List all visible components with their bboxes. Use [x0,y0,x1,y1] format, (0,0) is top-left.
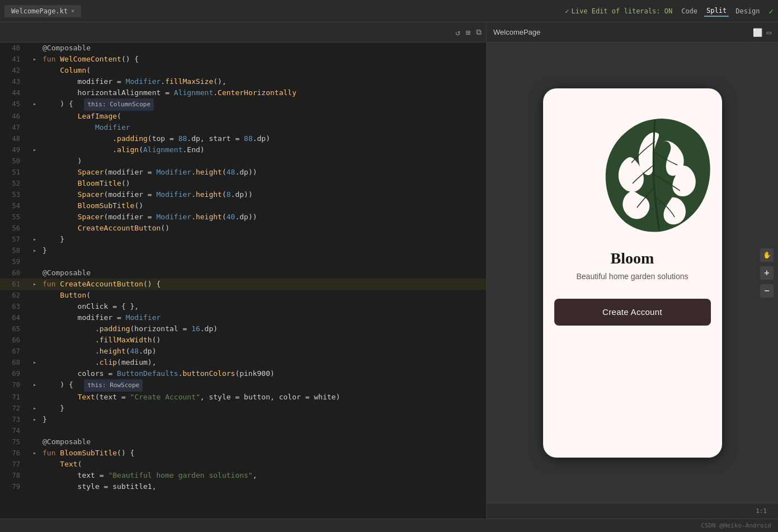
zoom-label: 1:1 [756,507,767,515]
device-portrait-icon[interactable]: ⬜ [753,28,762,37]
code-line: 41 ▸ fun WelComeContent() { [0,54,486,65]
code-line: 63 onClick = { }, [0,301,486,312]
code-line: 45 ▸ ) { this: ColumnScope [0,98,486,111]
leaf-image [593,111,711,234]
code-line: 69 colors = ButtonDefaults.buttonColors(… [0,368,486,379]
code-line: 70 ▸ ) { this: RowScope [0,379,486,392]
code-line: 73 ▸ } [0,414,486,425]
code-line: 74 [0,425,486,436]
check-icon: ✓ [565,7,569,15]
split-view-button[interactable]: Split [704,6,729,17]
code-line: 64 modifier = Modifier [0,312,486,323]
code-line: 76 ▸ fun BloomSubTitle() { [0,448,486,459]
preview-title: WelcomePage [493,28,540,36]
code-line: 46 LeafImage( [0,111,486,122]
code-line: 55 Spacer(modifier = Modifier.height(40.… [0,211,486,223]
code-line: 57 ▸ } [0,234,486,245]
app-subtitle: Beautiful home garden solutions [576,272,688,281]
leaf-container [543,88,722,234]
preview-toolbar-icons: ⬜ ▭ [753,28,771,37]
file-tab[interactable]: WelcomePage.kt × [4,5,81,17]
code-line: 75 @Composable [0,436,486,448]
code-line: 40 @Composable [0,43,486,54]
code-line: 77 Text( [0,459,486,470]
code-line: 58 ▸ } [0,245,486,256]
hand-tool-button[interactable]: ✋ [760,248,774,262]
close-tab-button[interactable]: × [71,8,74,14]
layers-icon[interactable]: ⧉ [476,27,482,37]
device-landscape-icon[interactable]: ▭ [767,28,771,37]
code-panel: ↺ ⊞ ⧉ 40 @Composable 41 ▸ fun WelComeCon… [0,22,487,519]
create-account-button[interactable]: Create Account [554,299,711,326]
preview-side-controls: ✋ + − [756,244,778,302]
layout-icon[interactable]: ⊞ [466,28,470,37]
design-view-button[interactable]: Design [733,6,762,16]
preview-toolbar: WelcomePage ⬜ ▭ [487,22,778,43]
code-line: 68 ▸ .clip(medium), [0,357,486,368]
code-line: 60 @Composable [0,267,486,279]
top-bar-right: ✓ Live Edit of literals: ON Code Split D… [565,6,774,17]
watermark-label: CSDN @Heiko-Android [701,522,771,529]
top-bar-left: WelcomePage.kt × [4,5,81,17]
code-line: 78 text = "Beautiful home garden solutio… [0,470,486,481]
code-line: 42 Column( [0,65,486,76]
preview-content: Bloom Beautiful home garden solutions Cr… [487,43,778,503]
code-line: 53 Spacer(modifier = Modifier.height(8.d… [0,189,486,200]
zoom-in-button[interactable]: + [760,266,774,280]
code-toolbar: ↺ ⊞ ⧉ [0,22,486,43]
main-content: ↺ ⊞ ⧉ 40 @Composable 41 ▸ fun WelComeCon… [0,22,778,519]
app-title: Bloom [611,249,654,267]
code-line: 62 Button( [0,290,486,301]
code-line-highlighted: 61 ▸ fun CreateAccountButton() { [0,279,486,290]
code-view-button[interactable]: Code [679,6,700,16]
status-bar: CSDN @Heiko-Android [0,519,778,532]
preview-bottom-bar: 1:1 [487,503,778,519]
code-line: 48 .padding(top = 88.dp, start = 88.dp) [0,133,486,144]
code-line: 67 .height(48.dp) [0,346,486,357]
code-line: 43 modifier = Modifier.fillMaxSize(), [0,76,486,87]
code-line: 66 .fillMaxWidth() [0,335,486,346]
preview-panel: WelcomePage ⬜ ▭ [487,22,778,519]
code-area: 40 @Composable 41 ▸ fun WelComeContent()… [0,43,486,519]
code-line: 52 BloomTitle() [0,178,486,189]
live-edit-toggle[interactable]: ✓ Live Edit of literals: ON [565,7,672,15]
code-line: 54 BloomSubTitle() [0,200,486,211]
refresh-icon[interactable]: ↺ [455,28,460,37]
code-toolbar-right: ↺ ⊞ ⧉ [455,27,482,37]
device-frame: Bloom Beautiful home garden solutions Cr… [543,88,722,458]
code-line: 79 style = subtitle1, [0,481,486,492]
code-line: 50 ) [0,156,486,167]
top-bar: WelcomePage.kt × ✓ Live Edit of literals… [0,0,778,22]
zoom-out-button[interactable]: − [760,284,774,298]
build-status-icon: ✓ [769,7,774,16]
code-line: 51 Spacer(modifier = Modifier.height(48.… [0,167,486,178]
code-line: 72 ▸ } [0,403,486,414]
code-line: 59 [0,256,486,267]
code-line: 49 ▸ .align(Alignment.End) [0,144,486,156]
tab-label: WelcomePage.kt [11,7,68,15]
app-text-area: Bloom Beautiful home garden solutions Cr… [543,249,722,326]
code-line: 65 .padding(horizontal = 16.dp) [0,323,486,335]
code-line: 47 Modifier [0,122,486,133]
live-edit-label: Live Edit of literals: ON [572,7,673,15]
code-line: 44 horizontalAlignment = Alignment.Cente… [0,87,486,98]
code-line: 71 Text(text = "Create Account", style =… [0,392,486,403]
view-buttons: Code Split Design [679,6,762,17]
code-line: 56 CreateAccountButton() [0,223,486,234]
